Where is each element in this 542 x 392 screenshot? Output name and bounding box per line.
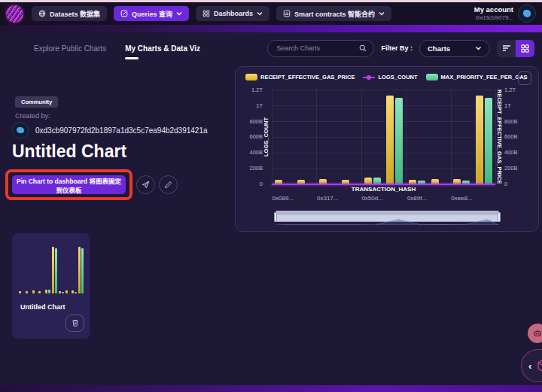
legend-item-receipt-gas-price[interactable]: RECEIPT_EFFECTIVE_GAS_PRICE — [245, 74, 355, 81]
y-tick-label: 0 — [504, 181, 507, 187]
search-box[interactable] — [267, 40, 374, 57]
account-widget[interactable]: My account 0xd3cb9079... — [474, 5, 536, 23]
tab-explore-public-charts[interactable]: Explore Public Charts — [34, 44, 106, 53]
app-page: Datasets 数据集 Queries 查询 Dashboards Smart… — [0, 0, 542, 392]
share-button[interactable] — [136, 175, 155, 194]
search-icon — [359, 44, 367, 52]
y-tick-label: 600B — [504, 133, 518, 140]
chevron-down-icon — [379, 11, 385, 16]
bar-segment — [75, 292, 77, 293]
delete-chart-button[interactable] — [65, 315, 84, 332]
y-axis-right-title: RECEIPT_EFFECTIVE_GAS_PRICE — [496, 90, 503, 184]
y-tick-label: 1.2T — [251, 87, 263, 93]
app-logo-icon[interactable] — [6, 5, 23, 23]
datazoom-wave — [276, 218, 498, 225]
datazoom-slider[interactable] — [276, 211, 499, 222]
nav-divider-gradient — [0, 25, 542, 32]
legend-label: MAX_PRIORITY_FEE_PER_GAS — [441, 74, 528, 81]
h-gridline — [272, 105, 495, 106]
bar-segment — [32, 290, 35, 293]
chart-thumbnail-card[interactable]: Untitled Chart — [12, 233, 90, 339]
support-fab-button[interactable] — [528, 324, 542, 343]
grid-view-icon — [521, 44, 529, 53]
grid-view-button[interactable] — [516, 40, 534, 57]
x-tick-label: 0x317... — [317, 195, 338, 202]
y-tick-label: 200B — [249, 165, 263, 172]
chevron-down-icon — [176, 11, 182, 16]
bar-segment — [45, 290, 47, 293]
h-gridline — [272, 169, 495, 169]
logs-count-line — [272, 184, 495, 185]
menu-item-label: Smart contracts 智能合约 — [294, 9, 375, 19]
grid-icon — [202, 10, 210, 17]
download-chart-button[interactable] — [518, 71, 531, 85]
menu-item-label: Datasets 数据集 — [50, 9, 100, 19]
tab-my-charts[interactable]: My Charts & Data Viz — [125, 44, 200, 53]
menu-item-label: Queries 查询 — [132, 9, 172, 19]
h-gridline — [272, 121, 495, 122]
x-tick-label: 0x89f... — [407, 195, 427, 202]
chevron-down-icon — [257, 11, 263, 16]
x-axis-ticks: 0x089...0x317...0x50d...0x89f...0xee8... — [272, 195, 495, 202]
bar-segment — [78, 247, 81, 293]
account-info: My account 0xd3cb9079... — [474, 6, 513, 21]
y-tick-label: 1.2T — [504, 87, 516, 93]
bar-segment — [38, 291, 41, 293]
legend-label: RECEIPT_EFFECTIVE_GAS_PRICE — [260, 74, 355, 81]
blockchain-widget-toggle[interactable]: ‹ — [521, 349, 542, 382]
secondary-navbar: Explore Public Charts My Charts & Data V… — [0, 32, 542, 64]
bar-segment — [386, 96, 394, 184]
bar-segment — [62, 292, 64, 293]
bar-segment — [72, 290, 74, 293]
v-gridline — [361, 90, 362, 184]
bar-segment — [59, 291, 61, 293]
chevron-down-icon — [475, 46, 482, 50]
account-label: My account — [474, 6, 513, 14]
filter-dropdown[interactable]: Charts — [419, 40, 490, 57]
menu-datasets-button[interactable]: Datasets 数据集 — [32, 6, 107, 21]
datazoom-right-handle[interactable] — [498, 212, 501, 222]
legend-item-logs-count[interactable]: LOGS_COUNT — [363, 74, 417, 81]
y-tick-label: 800B — [504, 118, 518, 125]
purple-line-swatch-icon — [363, 77, 375, 78]
h-gridline — [272, 153, 495, 153]
creator-address: 0xd3cb907972fd2b1897a1d3c5c7ea94b2d39142… — [35, 126, 208, 135]
menu-dashboards-button[interactable]: Dashboards — [196, 6, 269, 21]
h-gridline — [272, 137, 495, 138]
account-avatar[interactable] — [518, 5, 536, 23]
y-tick-label: 400B — [504, 149, 518, 156]
created-by-label: Created by: — [15, 112, 50, 120]
top-navbar: Datasets 数据集 Queries 查询 Dashboards Smart… — [0, 2, 542, 25]
bar-segment — [485, 98, 492, 185]
list-view-button[interactable] — [497, 40, 516, 57]
menu-smart-contracts-button[interactable]: Smart contracts 智能合约 — [276, 6, 391, 21]
main-menu: Datasets 数据集 Queries 查询 Dashboards Smart… — [32, 6, 391, 21]
bar-segment — [48, 290, 50, 293]
globe-icon — [38, 10, 46, 17]
y-tick-label: 200B — [504, 165, 518, 172]
cube-icon — [535, 357, 542, 375]
legend-item-max-priority-fee[interactable]: MAX_PRIORITY_FEE_PER_GAS — [426, 74, 528, 81]
datazoom-body — [276, 214, 499, 222]
subnav-toolbar: Filter By : Charts — [267, 40, 534, 57]
view-toggle — [497, 40, 534, 57]
green-swatch-icon — [426, 74, 438, 81]
edit-button[interactable] — [159, 175, 178, 194]
chart-tabs: Explore Public Charts My Charts & Data V… — [34, 44, 200, 53]
search-input[interactable] — [275, 44, 356, 53]
y-axis-right-ticks: 1.2T1T800B600B400B200B0 — [504, 87, 534, 187]
bar-segment — [81, 248, 84, 294]
share-icon — [142, 181, 150, 189]
menu-queries-button[interactable]: Queries 查询 — [114, 6, 189, 21]
community-badge: Community — [15, 96, 58, 108]
bar-segment — [395, 98, 403, 185]
download-icon — [523, 74, 526, 82]
datazoom-left-handle[interactable] — [274, 212, 277, 222]
menu-item-label: Dashboards — [214, 10, 253, 17]
bar-segment — [476, 96, 483, 184]
v-gridline — [272, 90, 273, 184]
pin-chart-to-dashboard-button[interactable]: Pin Chart to dashboard 将图表固定到仪表板 — [12, 175, 126, 194]
x-axis-title: TRANSACTION_HASH — [272, 186, 495, 193]
creator-avatar — [12, 122, 29, 138]
edit-pencil-icon — [164, 181, 172, 189]
